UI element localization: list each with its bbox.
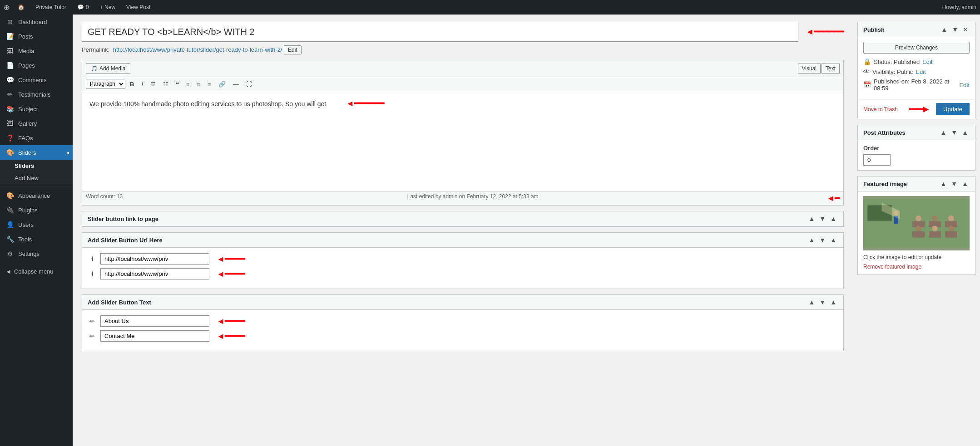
wp-logo[interactable]: ⊕ [4, 3, 10, 12]
align-right-button[interactable]: ≡ [205, 79, 214, 89]
sidebar-item-users[interactable]: 👤 Users [0, 217, 73, 232]
text-input-1[interactable] [100, 315, 209, 327]
howdy-label: Howdy, admin [942, 4, 976, 10]
blockquote-button[interactable]: ❝ [173, 79, 182, 89]
sidebar-item-sliders[interactable]: 🎨 Sliders [0, 145, 73, 160]
sidebar-label-appearance: Appearance [18, 192, 50, 199]
preview-changes-button[interactable]: Preview Changes [863, 42, 970, 54]
calendar-icon: 📅 [863, 81, 871, 88]
fullscreen-button[interactable]: ⛶ [243, 79, 255, 89]
slider-link-header[interactable]: Slider button link to page ▲ ▼ ▲ [82, 211, 843, 226]
status-edit-link[interactable]: Edit [922, 59, 932, 65]
sidebar-item-dashboard[interactable]: ⊞ Dashboard [0, 15, 73, 29]
paragraph-select[interactable]: Paragraph [86, 79, 125, 89]
align-left-button[interactable]: ≡ [183, 79, 193, 89]
align-center-button[interactable]: ≡ [194, 79, 203, 89]
posts-icon: 📝 [5, 33, 15, 40]
sidebar-label-gallery: Gallery [18, 120, 37, 127]
visual-tab[interactable]: Visual [798, 64, 821, 74]
attr-expand-btn[interactable]: ▲ [939, 129, 948, 136]
ul-button[interactable]: ☰ [148, 79, 158, 89]
slider-url-controls: ▲ ▼ ▲ [807, 236, 838, 244]
slider-text-close-btn[interactable]: ▲ [829, 299, 838, 306]
attr-close-btn[interactable]: ▲ [960, 129, 970, 136]
sidebar-submenu-add-new[interactable]: Add New [0, 172, 73, 184]
visibility-edit-link[interactable]: Edit [916, 69, 926, 75]
feat-img-close-btn[interactable]: ▲ [960, 180, 970, 187]
remove-featured-image-link[interactable]: Remove featured image [863, 264, 921, 270]
post-attributes-box: Post Attributes ▲ ▼ ▲ Order 0 [857, 125, 975, 171]
slider-url-expand-btn[interactable]: ▲ [807, 236, 816, 244]
slider-url-close-btn[interactable]: ▲ [829, 236, 838, 244]
classroom-svg [863, 196, 970, 250]
publish-close-btn[interactable]: ✕ [961, 26, 970, 33]
post-title-input[interactable] [82, 22, 798, 42]
featured-image-title: Featured image [863, 181, 939, 187]
url-input-2[interactable] [100, 268, 209, 279]
feat-img-collapse-btn[interactable]: ▼ [950, 180, 959, 187]
permalink-edit-button[interactable]: Edit [284, 45, 302, 54]
publish-expand-btn[interactable]: ▲ [940, 26, 949, 33]
sidebar-item-faqs[interactable]: ❓ FAQs [0, 131, 73, 145]
slider-text-header[interactable]: Add Slider Button Text ▲ ▼ ▲ [82, 295, 843, 310]
slider-link-close-btn[interactable]: ▲ [829, 215, 838, 222]
sidebar-submenu-sliders[interactable]: Sliders [0, 160, 73, 172]
right-sidebar: Publish ▲ ▼ ✕ Preview Changes 🔒 Status: … [853, 15, 980, 446]
bold-button[interactable]: B [127, 79, 137, 89]
feat-img-expand-btn[interactable]: ▲ [939, 180, 948, 187]
link-button[interactable]: 🔗 [216, 79, 228, 89]
order-input[interactable]: 0 [863, 154, 891, 166]
slider-link-collapse-btn[interactable]: ▼ [818, 215, 827, 222]
view-toggle: Visual Text [798, 64, 840, 74]
published-edit-link[interactable]: Edit [960, 82, 970, 88]
url-input-1[interactable] [100, 253, 209, 265]
sidebar-item-gallery[interactable]: 🖼 Gallery [0, 116, 73, 131]
ol-button[interactable]: ☷ [160, 79, 171, 89]
sidebar-item-posts[interactable]: 📝 Posts [0, 29, 73, 44]
new-link[interactable]: + New [97, 0, 118, 15]
slider-text-collapse-btn[interactable]: ▼ [818, 299, 827, 306]
permalink-url[interactable]: http://localhost/www/private-tutor/slide… [113, 46, 282, 53]
text-input-2[interactable] [100, 330, 209, 342]
content-arrow-indicator: ◄━━━━━━ [346, 98, 384, 108]
sidebar-item-tools[interactable]: 🔧 Tools [0, 232, 73, 246]
view-post-link[interactable]: View Post [124, 0, 153, 15]
post-attributes-title: Post Attributes [863, 129, 939, 136]
move-to-trash-link[interactable]: Move to Trash [863, 106, 898, 113]
sidebar-item-media[interactable]: 🖼 Media [0, 44, 73, 58]
text-tab[interactable]: Text [822, 64, 840, 74]
sidebar-item-settings[interactable]: ⚙ Settings [0, 246, 73, 261]
sidebar-label-subject: Subject [18, 106, 38, 113]
slider-text-expand-btn[interactable]: ▲ [807, 299, 816, 306]
svg-point-9 [932, 216, 938, 221]
site-name[interactable]: Private Tutor [33, 0, 69, 15]
publish-collapse-btn[interactable]: ▼ [950, 26, 960, 33]
footer-arrow-indicator: ◄━ [827, 193, 840, 203]
slider-url-collapse-btn[interactable]: ▼ [818, 236, 827, 244]
slider-url-body: ℹ ◄━━━━ ℹ ◄━━━━ [82, 248, 843, 289]
update-button[interactable]: Update [936, 103, 970, 115]
tools-icon: 🔧 [5, 235, 15, 243]
svg-point-14 [916, 225, 921, 231]
editor-body[interactable]: We provide 100% handmade photo editing s… [82, 91, 843, 191]
horizontal-rule-button[interactable]: — [230, 79, 242, 89]
featured-image-thumbnail[interactable] [863, 196, 970, 250]
slider-link-box: Slider button link to page ▲ ▼ ▲ [82, 211, 844, 227]
sidebar-item-appearance[interactable]: 🎨 Appearance [0, 188, 73, 203]
slider-url-header[interactable]: Add Slider Button Url Here ▲ ▼ ▲ [82, 233, 843, 248]
italic-button[interactable]: I [139, 79, 146, 89]
sidebar-item-comments[interactable]: 💬 Comments [0, 73, 73, 87]
slider-link-expand-btn[interactable]: ▲ [807, 215, 816, 222]
sidebar-item-subject[interactable]: 📚 Subject [0, 102, 73, 116]
sidebar-item-pages[interactable]: 📄 Pages [0, 58, 73, 73]
add-media-button[interactable]: 🎵 Add Media [86, 63, 130, 74]
sidebar-item-plugins[interactable]: 🔌 Plugins [0, 203, 73, 217]
svg-rect-13 [945, 231, 957, 238]
editor-content: We provide 100% handmade photo editing s… [89, 100, 326, 108]
collapse-menu-button[interactable]: ◄ Collapse menu [0, 265, 73, 279]
attr-collapse-btn[interactable]: ▼ [950, 129, 959, 136]
slider-text-title: Add Slider Button Text [88, 299, 807, 306]
comments-link[interactable]: 💬 0 [74, 0, 92, 15]
site-icon: 🏠 [15, 0, 27, 15]
sidebar-item-testimonials[interactable]: ✏ Testimonials [0, 87, 73, 102]
